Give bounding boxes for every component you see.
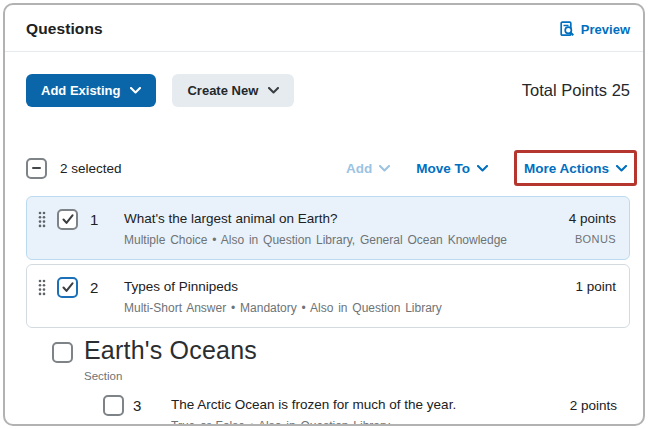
total-points: Total Points 25 xyxy=(522,81,630,100)
question-meta: Multiple Choice • Also in Question Libra… xyxy=(124,233,507,247)
move-to-label: Move To xyxy=(416,161,470,176)
create-new-label: Create New xyxy=(187,83,258,98)
preview-icon xyxy=(559,21,575,37)
section-title: Earth's Oceans xyxy=(84,336,257,365)
question-row-2: 2 Types of Pinnipeds Multi-Short Answer … xyxy=(26,264,630,328)
question-title: What's the largest animal on Earth? xyxy=(124,211,507,226)
selection-actions: Add Move To More Actions xyxy=(346,150,637,186)
question-title: Types of Pinnipeds xyxy=(124,279,442,294)
move-to-action-link[interactable]: Move To xyxy=(416,161,488,176)
question-info: The Arctic Ocean is frozen for much of t… xyxy=(171,395,456,426)
points-value: 2 points xyxy=(570,398,617,413)
select-all-checkbox[interactable] xyxy=(26,158,47,179)
questions-panel: Questions Preview Add Existing Create Ne… xyxy=(3,3,645,426)
question-3-checkbox[interactable] xyxy=(103,395,124,416)
preview-button[interactable]: Preview xyxy=(559,21,630,37)
chevron-down-icon xyxy=(477,165,488,172)
question-meta: Multi-Short Answer • Mandatory • Also in… xyxy=(124,301,442,315)
question-row-3: 3 The Arctic Ocean is frozen for much of… xyxy=(103,395,617,426)
section-type-label: Section xyxy=(84,370,257,382)
add-action-link: Add xyxy=(346,161,390,176)
page-title: Questions xyxy=(26,20,103,38)
question-number: 3 xyxy=(133,397,167,414)
drag-handle-icon[interactable] xyxy=(38,211,46,228)
checkmark-icon xyxy=(62,214,74,225)
selected-count: 2 selected xyxy=(60,161,122,176)
question-number: 1 xyxy=(90,211,120,228)
chevron-down-icon xyxy=(130,87,141,94)
add-existing-label: Add Existing xyxy=(41,83,120,98)
question-points: 4 points BONUS xyxy=(569,208,616,245)
toolbar: Add Existing Create New Total Points 25 xyxy=(5,74,643,107)
section-info: Earth's Oceans Section xyxy=(84,336,257,382)
points-value: 4 points xyxy=(569,211,616,226)
question-points: 2 points xyxy=(570,395,617,413)
question-info: Types of Pinnipeds Multi-Short Answer • … xyxy=(124,276,442,315)
question-number: 2 xyxy=(90,279,120,296)
indeterminate-mark xyxy=(32,167,41,170)
question-row-1: 1 What's the largest animal on Earth? Mu… xyxy=(26,196,630,260)
create-new-button[interactable]: Create New xyxy=(172,74,294,107)
more-actions-label: More Actions xyxy=(524,161,609,176)
more-actions-link[interactable]: More Actions xyxy=(524,161,627,176)
question-meta: True or False • Also in Question Library xyxy=(171,419,456,426)
question-2-checkbox[interactable] xyxy=(57,277,78,298)
question-1-checkbox[interactable] xyxy=(57,209,78,230)
selection-bar: 2 selected Add Move To More Actions xyxy=(5,150,643,186)
preview-label: Preview xyxy=(581,22,630,37)
more-actions-highlight: More Actions xyxy=(514,150,637,186)
points-value: 1 point xyxy=(575,279,616,294)
question-list: 1 What's the largest animal on Earth? Mu… xyxy=(5,196,643,426)
chevron-down-icon xyxy=(268,87,279,94)
checkmark-icon xyxy=(62,282,74,293)
chevron-down-icon xyxy=(379,165,390,172)
add-action-label: Add xyxy=(346,161,372,176)
panel-header: Questions Preview xyxy=(5,5,643,52)
section-header: Earth's Oceans Section xyxy=(52,336,630,382)
bonus-badge: BONUS xyxy=(569,233,616,245)
drag-handle-icon[interactable] xyxy=(38,279,46,296)
add-existing-button[interactable]: Add Existing xyxy=(26,74,156,107)
chevron-down-icon xyxy=(616,165,627,172)
section-checkbox[interactable] xyxy=(52,342,73,363)
question-points: 1 point xyxy=(575,276,616,294)
question-title: The Arctic Ocean is frozen for much of t… xyxy=(171,397,456,412)
question-info: What's the largest animal on Earth? Mult… xyxy=(124,208,507,247)
